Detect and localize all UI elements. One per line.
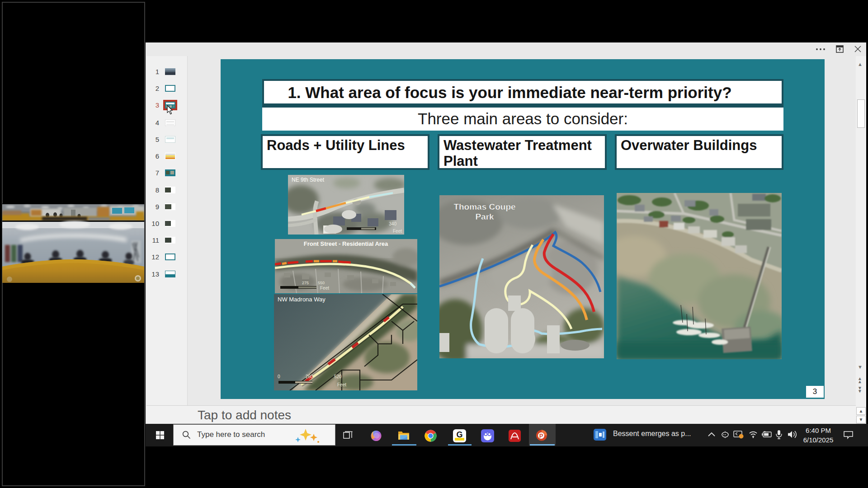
svg-text:260: 260 bbox=[306, 374, 313, 379]
svg-text:Feet: Feet bbox=[320, 286, 329, 291]
svg-text:NE 9th Street: NE 9th Street bbox=[292, 177, 325, 183]
svg-text:Feet: Feet bbox=[337, 382, 346, 387]
svg-text:275: 275 bbox=[302, 281, 309, 285]
svg-text:NW Madrona Way: NW Madrona Way bbox=[278, 296, 326, 303]
svg-text:0: 0 bbox=[278, 374, 280, 379]
svg-text:550: 550 bbox=[318, 281, 325, 285]
svg-text:520: 520 bbox=[334, 374, 342, 379]
svg-text:Feet: Feet bbox=[393, 229, 402, 234]
svg-text:Park: Park bbox=[475, 212, 494, 221]
svg-text:Front Street - Residential Are: Front Street - Residential Area bbox=[304, 240, 388, 247]
svg-text:P: P bbox=[539, 432, 543, 439]
svg-text:Thomas Coupe: Thomas Coupe bbox=[453, 202, 515, 211]
svg-text:340: 340 bbox=[389, 221, 396, 226]
